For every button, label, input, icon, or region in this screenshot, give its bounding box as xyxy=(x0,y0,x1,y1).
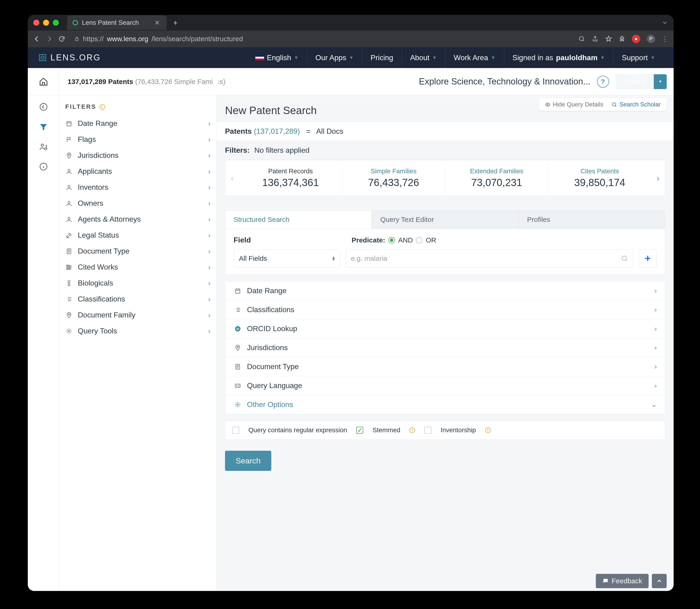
eye-icon xyxy=(545,102,550,107)
rail-filter[interactable] xyxy=(39,122,48,132)
hide-query-link[interactable]: Hide Query Details xyxy=(545,101,603,108)
search-scholar-link[interactable]: Search Scholar xyxy=(612,101,661,108)
inventorship-checkbox[interactable] xyxy=(424,427,431,434)
rail-info[interactable] xyxy=(39,162,48,171)
regex-checkbox[interactable] xyxy=(232,427,239,434)
field-select[interactable]: All Fields ▲▼ xyxy=(234,249,340,267)
search-button[interactable]: Search ▼ xyxy=(615,74,667,89)
browser-window: Lens Patent Search ✕ + https://www.lens.… xyxy=(28,15,673,591)
accordion-date-range[interactable]: Date Range› xyxy=(225,281,665,300)
nav-pricing[interactable]: Pricing xyxy=(362,47,402,68)
forward-button[interactable] xyxy=(46,35,53,42)
star-icon[interactable] xyxy=(605,35,612,42)
nav-work-area[interactable]: Work Area▼ xyxy=(445,47,504,68)
svg-point-5 xyxy=(40,103,47,110)
stat-extended-families[interactable]: Extended Families73,070,231 xyxy=(445,163,548,192)
nav-support[interactable]: Support▼ xyxy=(613,47,663,68)
chevron-down-icon: ▼ xyxy=(491,55,496,60)
stat-cites-patents[interactable]: Cites Patents39,850,174 xyxy=(548,163,651,192)
filter-document-type[interactable]: Document Type› xyxy=(59,243,217,259)
accordion-other-options[interactable]: Other Options⌄ xyxy=(225,395,665,414)
tagline: Explore Science, Technology & Innovation… xyxy=(419,76,591,87)
accordion-orcid-lookup[interactable]: iDORCID Lookup› xyxy=(225,319,665,338)
predicate-and-radio[interactable] xyxy=(389,237,395,243)
home-button[interactable] xyxy=(28,68,59,95)
share-icon[interactable] xyxy=(592,35,599,42)
stats-next[interactable]: › xyxy=(651,174,665,182)
info-icon[interactable]: i xyxy=(485,428,491,433)
new-tab-button[interactable]: + xyxy=(173,18,178,27)
tabs-dropdown-icon[interactable] xyxy=(662,19,668,26)
filter-owners[interactable]: Owners› xyxy=(59,195,217,211)
stat-simple-families[interactable]: Simple Families76,433,726 xyxy=(342,163,445,192)
filter-cited-works[interactable]: Cited Works› xyxy=(59,259,217,275)
minimize-icon[interactable] xyxy=(43,20,49,26)
info-icon[interactable]: i xyxy=(409,428,415,433)
filter-date-range[interactable]: Date Range› xyxy=(59,116,217,132)
filter-biologicals[interactable]: Biologicals› xyxy=(59,275,217,291)
stats-prev[interactable]: ‹ xyxy=(225,174,239,182)
site-logo[interactable]: LENS.ORG xyxy=(38,53,101,63)
zoom-icon[interactable] xyxy=(578,35,585,42)
query-input[interactable]: e.g. malaria xyxy=(346,249,633,267)
browser-tab[interactable]: Lens Patent Search ✕ xyxy=(67,16,167,30)
submit-search-button[interactable]: Search xyxy=(225,451,271,471)
chevron-right-icon: › xyxy=(208,168,210,175)
nav-language[interactable]: English ▼ xyxy=(247,47,307,68)
profile-avatar[interactable]: P xyxy=(647,35,655,43)
rail-back[interactable] xyxy=(39,102,48,111)
feedback-button[interactable]: Feedback xyxy=(596,574,649,588)
chevron-down-icon: ▼ xyxy=(650,55,655,60)
close-icon[interactable] xyxy=(33,20,39,26)
add-field-button[interactable]: + xyxy=(639,249,657,267)
svg-point-13 xyxy=(68,201,70,203)
filter-inventors[interactable]: Inventors› xyxy=(59,179,217,195)
chevron-right-icon: › xyxy=(208,216,210,223)
nav-our-apps[interactable]: Our Apps▼ xyxy=(307,47,362,68)
close-tab-icon[interactable]: ✕ xyxy=(154,19,160,27)
tab-query-text-editor[interactable]: Query Text Editor xyxy=(372,210,518,229)
tab-profiles[interactable]: Profiles xyxy=(518,210,665,229)
filter-query-tools[interactable]: Query Tools› xyxy=(59,323,217,339)
scroll-top-button[interactable] xyxy=(652,574,667,588)
tab-structured-search[interactable]: Structured Search xyxy=(225,210,372,229)
accordion-query-language[interactable]: Query Language› xyxy=(225,376,665,395)
accordion-document-type[interactable]: Document Type› xyxy=(225,357,665,376)
chevron-right-icon: › xyxy=(208,120,210,127)
filter-flags[interactable]: Flags› xyxy=(59,132,217,147)
browser-toolbar: https://www.lens.org/lens/search/patent/… xyxy=(28,31,673,47)
filter-legal-status[interactable]: Legal Status› xyxy=(59,227,217,243)
reload-button[interactable] xyxy=(58,35,65,42)
address-bar[interactable]: https://www.lens.org/lens/search/patent/… xyxy=(74,35,243,43)
toolbar-right: ● P ⋮ xyxy=(578,35,668,43)
info-icon[interactable]: i xyxy=(100,104,105,110)
user-icon xyxy=(65,168,73,175)
svg-rect-1 xyxy=(75,39,78,41)
predicate-or-radio[interactable] xyxy=(416,237,423,243)
list-icon xyxy=(234,307,242,313)
filter-document-family[interactable]: Document Family› xyxy=(59,307,217,323)
nav-signed-in[interactable]: Signed in as pauloldham▼ xyxy=(504,47,613,68)
filter-classifications[interactable]: Classifications› xyxy=(59,291,217,307)
help-button[interactable]: ? xyxy=(597,76,609,88)
home-icon xyxy=(39,77,48,86)
stemmed-checkbox[interactable]: ✓ xyxy=(356,427,363,434)
nav-about[interactable]: About▼ xyxy=(402,47,445,68)
maximize-icon[interactable] xyxy=(53,20,59,26)
extensions-icon[interactable] xyxy=(618,35,626,42)
back-button[interactable] xyxy=(33,35,40,42)
rail-users[interactable] xyxy=(39,142,48,151)
filter-jurisdictions[interactable]: Jurisdictions› xyxy=(59,147,217,163)
extension-badge-1[interactable]: ● xyxy=(632,35,640,43)
accordion-jurisdictions[interactable]: Jurisdictions› xyxy=(225,338,665,357)
accordion-classifications[interactable]: Classifications› xyxy=(225,300,665,319)
search-dropdown[interactable]: ▼ xyxy=(654,74,667,89)
svg-point-2 xyxy=(579,37,584,41)
breadcrumb[interactable]: 137,017,289 Patents (76,433,726 Simple F… xyxy=(59,68,225,95)
flag-icon xyxy=(65,136,73,143)
filter-applicants[interactable]: Applicants› xyxy=(59,163,217,179)
filter-agents-attorneys[interactable]: Agents & Attorneys› xyxy=(59,211,217,227)
search-icon xyxy=(621,255,628,262)
menu-icon[interactable]: ⋮ xyxy=(662,35,668,43)
list-icon xyxy=(65,296,73,302)
